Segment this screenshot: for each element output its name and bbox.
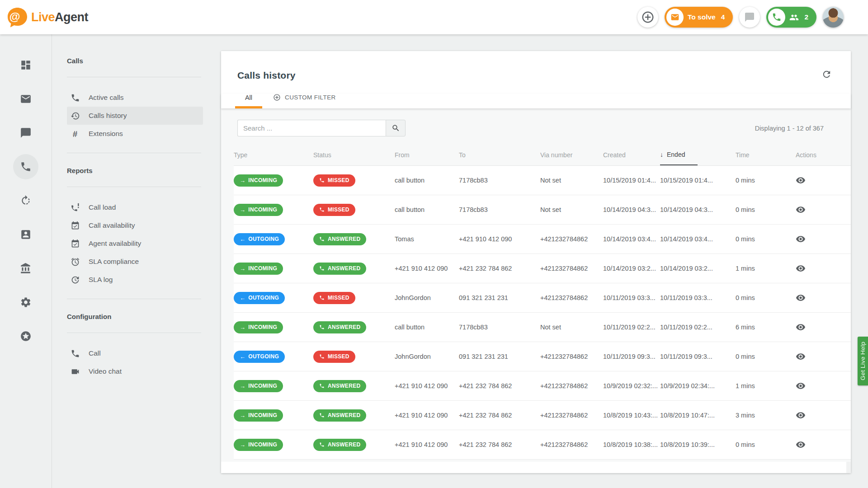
via-number-cell: Not set xyxy=(540,324,603,331)
column-header-type[interactable]: Type xyxy=(234,151,313,159)
nav-item-video-chat[interactable]: Video chat xyxy=(67,362,203,380)
rail-settings[interactable] xyxy=(15,291,37,313)
nav-item-call-load[interactable]: Call load xyxy=(67,198,203,216)
eye-icon xyxy=(796,175,806,185)
tab-bar: All CUSTOM FILTER xyxy=(221,94,851,108)
arrow-right-icon: → xyxy=(240,206,245,213)
get-live-help-label: Get Live Help xyxy=(859,342,866,380)
nav-item-active-calls[interactable]: Active calls xyxy=(67,89,203,107)
status-badge: MISSED xyxy=(313,204,355,216)
status-badge: ANSWERED xyxy=(313,409,366,422)
plus-circle-icon xyxy=(273,94,281,101)
chats-button[interactable] xyxy=(739,7,760,28)
view-call-button[interactable] xyxy=(796,410,806,420)
view-call-button[interactable] xyxy=(796,205,806,215)
to-solve-count: 4 xyxy=(721,13,725,21)
column-header-created[interactable]: Created xyxy=(603,151,660,159)
panel-body: Displaying 1 - 12 of 367 TypeStatusFromT… xyxy=(221,108,851,462)
rail-dashboard[interactable] xyxy=(15,54,37,76)
from-cell: call button xyxy=(395,324,459,331)
rail-calls[interactable] xyxy=(13,154,38,179)
add-new-button[interactable] xyxy=(637,7,658,28)
brand-name: LiveAgent xyxy=(31,10,88,24)
status-badge: MISSED xyxy=(313,174,355,187)
column-header-actions[interactable]: Actions xyxy=(796,151,851,159)
call-row[interactable]: →INCOMINGANSWERED+421 910 412 090+421 23… xyxy=(234,430,851,460)
nav-item-call-availability[interactable]: Call availability xyxy=(67,216,203,235)
call-row[interactable]: →INCOMINGANSWEREDcall button7178cb83Not … xyxy=(234,313,851,342)
nav-item-label: Call availability xyxy=(89,221,135,230)
nav-item-call[interactable]: Call xyxy=(67,344,203,362)
nav-item-calls-history[interactable]: Calls history xyxy=(67,107,203,125)
arrow-right-icon: → xyxy=(240,441,245,448)
column-header-ended[interactable]: ↓Ended xyxy=(660,144,736,165)
available-calls-button[interactable]: 2 xyxy=(766,7,816,28)
column-header-via[interactable]: Via number xyxy=(540,151,603,159)
from-cell: call button xyxy=(395,206,459,213)
tab-custom-filter[interactable]: CUSTOM FILTER xyxy=(273,94,336,108)
nav-item-sla-log[interactable]: SLA log xyxy=(67,271,203,289)
ended-cell: 10/11/2019 09:3... xyxy=(660,353,736,360)
type-badge: ←OUTGOING xyxy=(234,233,285,245)
created-cell: 10/11/2019 02:2... xyxy=(603,324,660,331)
rail-company[interactable] xyxy=(15,258,37,279)
phone-icon xyxy=(319,178,325,183)
phone-icon xyxy=(772,12,782,22)
rail-automation[interactable] xyxy=(15,190,37,211)
get-live-help-tab[interactable]: Get Live Help xyxy=(858,337,868,385)
call-row[interactable]: ←OUTGOINGANSWEREDTomas+421 910 412 090+4… xyxy=(234,225,851,254)
star-icon xyxy=(20,330,32,342)
rail-chats[interactable] xyxy=(15,122,37,144)
call-row[interactable]: →INCOMINGANSWERED+421 910 412 090+421 23… xyxy=(234,371,851,401)
type-badge: →INCOMING xyxy=(234,380,283,392)
call-row[interactable]: ←OUTGOINGMISSEDJohnGordon091 321 231 231… xyxy=(234,283,851,313)
refresh-icon xyxy=(821,69,832,80)
nav-item-label: SLA compliance xyxy=(89,258,139,266)
call-row[interactable]: ←OUTGOINGMISSEDJohnGordon091 321 231 231… xyxy=(234,342,851,371)
table-header: TypeStatusFromToVia numberCreated↓EndedT… xyxy=(234,144,851,165)
view-call-button[interactable] xyxy=(796,381,806,391)
created-cell: 10/11/2019 09:3... xyxy=(603,353,660,360)
view-call-button[interactable] xyxy=(796,263,806,273)
search-button[interactable] xyxy=(386,120,406,136)
user-avatar[interactable] xyxy=(823,7,844,28)
phone-icon xyxy=(319,295,325,300)
from-cell: +421 910 412 090 xyxy=(395,265,459,272)
time-cell: 0 mins xyxy=(736,206,796,213)
ended-cell: 10/15/2019 01:4... xyxy=(660,177,736,184)
refresh-button[interactable] xyxy=(821,68,833,82)
column-header-status[interactable]: Status xyxy=(313,151,395,159)
status-badge: ANSWERED xyxy=(313,233,366,245)
call-row[interactable]: →INCOMINGMISSEDcall button7178cb83Not se… xyxy=(234,166,851,195)
column-header-from[interactable]: From xyxy=(395,151,459,159)
view-call-button[interactable] xyxy=(796,322,806,332)
call-row[interactable]: →INCOMINGANSWERED+421 910 412 090+421 23… xyxy=(234,254,851,283)
view-call-button[interactable] xyxy=(796,440,806,450)
view-call-button[interactable] xyxy=(796,293,806,303)
view-call-button[interactable] xyxy=(796,234,806,244)
call-row[interactable]: →INCOMINGMISSEDcall button7178cb83Not se… xyxy=(234,195,851,225)
to-solve-button[interactable]: To solve 4 xyxy=(665,7,733,28)
view-call-button[interactable] xyxy=(796,352,806,361)
tab-all[interactable]: All xyxy=(235,94,262,108)
via-number-cell: +421232784862 xyxy=(540,294,603,301)
column-header-to[interactable]: To xyxy=(459,151,540,159)
nav-item-sla-compliance[interactable]: SLA compliance xyxy=(67,253,203,271)
created-cell: 10/8/2019 10:38:... xyxy=(603,441,660,448)
column-header-time[interactable]: Time xyxy=(736,151,796,159)
rail-starred[interactable] xyxy=(15,325,37,347)
view-call-button[interactable] xyxy=(796,175,806,185)
arrow-right-icon: → xyxy=(240,383,245,389)
rotate-icon xyxy=(20,195,32,206)
rail-tickets[interactable] xyxy=(15,88,37,110)
rail-customers[interactable] xyxy=(15,224,37,245)
brand-logo[interactable]: @ LiveAgent xyxy=(6,7,88,28)
envelope-icon xyxy=(670,13,679,22)
call-row[interactable]: →INCOMINGANSWERED+421 910 412 090+421 23… xyxy=(234,401,851,430)
search-input[interactable] xyxy=(237,120,386,136)
phone-icon xyxy=(319,413,325,418)
status-badge: ANSWERED xyxy=(313,439,366,451)
nav-item-agent-availability[interactable]: Agent availability xyxy=(67,235,203,253)
nav-item-extensions[interactable]: #Extensions xyxy=(67,125,203,143)
phone-icon xyxy=(319,207,325,212)
